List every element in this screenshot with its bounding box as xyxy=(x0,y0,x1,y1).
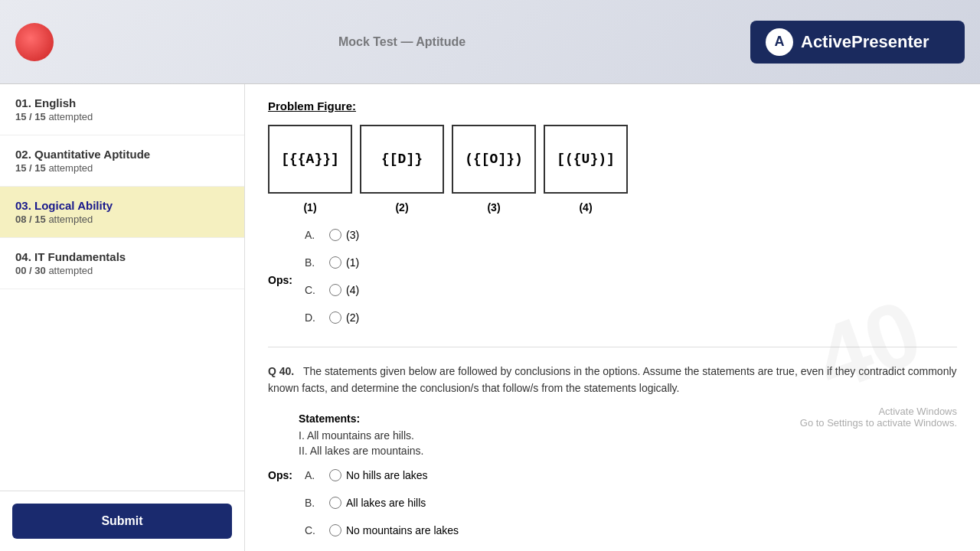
q40-option-b-label[interactable]: All lakes are hills xyxy=(329,497,426,509)
q40-ops-section: Ops: A. No hills are lakes B. All lak xyxy=(268,469,957,544)
q39-option-d-letter: D. xyxy=(305,311,323,324)
q40-option-c: C. No mountains are lakes xyxy=(305,524,459,536)
content-area: Problem Figure: [{{A}}] {[D]} ({[O]}) [(… xyxy=(245,84,980,551)
ap-icon: A xyxy=(766,28,793,56)
sidebar-item-logical[interactable]: 03. Logical Ability 08 / 15 attempted xyxy=(0,187,244,238)
q40-option-a-value: No hills are lakes xyxy=(346,469,428,481)
q40-option-b-letter: B. xyxy=(305,497,323,509)
q39-option-c-label[interactable]: (4) xyxy=(329,284,359,296)
q40-option-b-value: All lakes are hills xyxy=(346,497,426,509)
q39-ops-row: Ops: A. (3) B. (1) xyxy=(268,229,957,331)
figure-label-1: (1) xyxy=(268,201,352,214)
q40-ops-label: Ops: xyxy=(268,469,299,544)
sidebar-item-it[interactable]: 04. IT Fundamentals 00 / 30 attempted xyxy=(0,238,244,289)
q40-option-c-label[interactable]: No mountains are lakes xyxy=(329,524,459,536)
sidebar-item-english-title: 01. English xyxy=(15,96,229,109)
q39-option-d: D. (2) xyxy=(305,311,359,324)
top-bar: Mock Test — Aptitude A ActivePresenter xyxy=(0,0,980,84)
logo-icon xyxy=(15,23,54,61)
sidebar: 01. English 15 / 15 attempted 02. Quanti… xyxy=(0,84,245,551)
statement-2: II. All lakes are mountains. xyxy=(299,445,957,457)
q40-option-a: A. No hills are lakes xyxy=(305,469,459,481)
q40-radio-a[interactable] xyxy=(329,469,341,481)
q39-radio-b[interactable] xyxy=(329,256,341,269)
problem-figure-label: Problem Figure: xyxy=(268,99,957,112)
q39-option-c-letter: C. xyxy=(305,284,323,296)
q40-option-c-value: No mountains are lakes xyxy=(346,524,459,536)
q39-option-c-value: (4) xyxy=(346,284,359,296)
figure-box-1: [{{A}}] xyxy=(268,125,352,194)
figure-box-2: {[D]} xyxy=(360,125,444,194)
figure-box-4: [({U})] xyxy=(544,125,628,194)
quiz-title: Mock Test — Aptitude xyxy=(54,35,750,49)
sidebar-item-it-title: 04. IT Fundamentals xyxy=(15,250,229,263)
main-layout: 01. English 15 / 15 attempted 02. Quanti… xyxy=(0,84,980,551)
q40-radio-c[interactable] xyxy=(329,524,341,536)
sidebar-item-quant-subtitle: 15 / 15 attempted xyxy=(15,162,229,174)
figure-box-3: ({[O]}) xyxy=(452,125,536,194)
activepresenter-badge: A ActivePresenter xyxy=(750,21,965,64)
q39-option-a-value: (3) xyxy=(346,229,359,241)
q39-option-b-letter: B. xyxy=(305,256,323,269)
q39-option-b: B. (1) xyxy=(305,256,359,269)
q39-radio-a[interactable] xyxy=(329,229,341,241)
figure-label-2: (2) xyxy=(360,201,444,214)
sidebar-item-it-subtitle: 00 / 30 attempted xyxy=(15,265,229,276)
q39-radio-c[interactable] xyxy=(329,284,341,296)
figure-boxes: [{{A}}] {[D]} ({[O]}) [({U})] xyxy=(268,125,957,194)
sidebar-item-quant[interactable]: 02. Quantitative Aptitude 15 / 15 attemp… xyxy=(0,135,244,187)
figure-label-4: (4) xyxy=(544,201,628,214)
q39-option-a-label[interactable]: (3) xyxy=(329,229,359,241)
q40-option-a-letter: A. xyxy=(305,469,323,481)
q39-option-d-value: (2) xyxy=(346,311,359,324)
ap-icon-label: A xyxy=(775,34,785,50)
q40-number: Q 40. xyxy=(268,365,294,377)
figure-label-3: (3) xyxy=(452,201,536,214)
sidebar-item-english-subtitle: 15 / 15 attempted xyxy=(15,111,229,122)
q40-text: The statements given below are followed … xyxy=(268,365,957,394)
q39-option-a: A. (3) xyxy=(305,229,359,241)
sidebar-item-logical-subtitle: 08 / 15 attempted xyxy=(15,214,229,225)
q40-block: Q 40. The statements given below are fol… xyxy=(268,363,957,397)
q40-radio-b[interactable] xyxy=(329,497,341,509)
q39-option-c: C. (4) xyxy=(305,284,359,296)
q39-option-b-label[interactable]: (1) xyxy=(329,256,359,269)
sidebar-item-logical-title: 03. Logical Ability xyxy=(15,199,229,212)
submit-area: Submit xyxy=(0,491,244,551)
sidebar-item-quant-title: 02. Quantitative Aptitude xyxy=(15,148,229,161)
q39-ops-section: Ops: A. (3) B. (1) xyxy=(268,229,957,331)
statements-section: Statements: I. All mountains are hills. … xyxy=(299,412,957,457)
q39-radio-d[interactable] xyxy=(329,311,341,324)
submit-button[interactable]: Submit xyxy=(12,504,232,539)
statement-1: I. All mountains are hills. xyxy=(299,429,957,442)
divider xyxy=(268,347,957,347)
q39-ops-label: Ops: xyxy=(268,274,299,286)
statements-label: Statements: xyxy=(299,412,957,425)
sidebar-item-english[interactable]: 01. English 15 / 15 attempted xyxy=(0,84,244,135)
app-name: ActivePresenter xyxy=(801,32,929,52)
q40-option-a-label[interactable]: No hills are lakes xyxy=(329,469,428,481)
q40-option-b: B. All lakes are hills xyxy=(305,497,459,509)
q40-option-c-letter: C. xyxy=(305,524,323,536)
top-bar-left xyxy=(15,23,54,61)
q39-option-b-value: (1) xyxy=(346,256,359,269)
q39-option-d-label[interactable]: (2) xyxy=(329,311,359,324)
q39-option-a-letter: A. xyxy=(305,229,323,241)
figure-labels: (1) (2) (3) (4) xyxy=(268,201,957,214)
